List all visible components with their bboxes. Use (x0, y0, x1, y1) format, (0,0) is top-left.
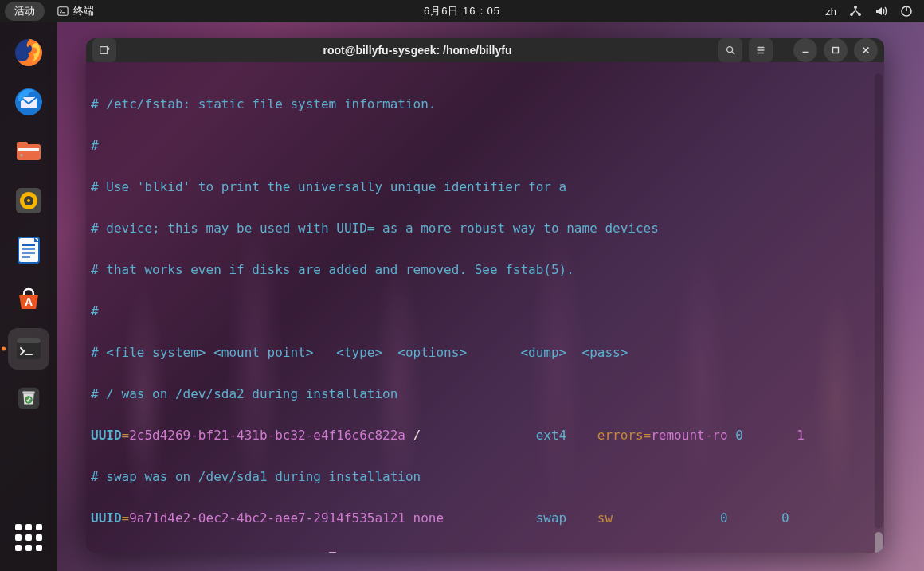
terminal-icon (57, 6, 69, 17)
svg-rect-0 (58, 7, 68, 16)
close-icon (860, 45, 871, 56)
fstab-swap-entry: UUID=9a71d4e2-0ec2-4bc2-aee7-2914f535a12… (89, 508, 881, 529)
app-menu[interactable]: 终端 (57, 4, 94, 18)
svg-text:A: A (25, 295, 33, 308)
fstab-comment: # device; this may be used with UUID= as… (89, 218, 881, 239)
new-tab-button[interactable] (92, 38, 116, 62)
dock-thunderbird[interactable] (8, 81, 49, 123)
svg-point-1 (854, 6, 857, 9)
fstab-comment: # swap was on /dev/sda1 during installat… (89, 467, 881, 487)
hamburger-icon (755, 45, 766, 56)
vim-cursor: 0 (329, 552, 337, 553)
svg-point-15 (27, 199, 30, 202)
close-button[interactable] (854, 38, 878, 62)
dock-terminal[interactable] (8, 328, 49, 370)
firefox-icon (13, 37, 45, 68)
fstab-root-entry: UUID=2c5d4269-bf21-431b-bc32-e4f16c6c822… (89, 425, 881, 446)
activities-button[interactable]: 活动 (5, 2, 45, 21)
input-method-indicator[interactable]: zh (825, 6, 836, 18)
svg-rect-9 (17, 142, 28, 147)
svg-rect-36 (833, 48, 839, 53)
svg-point-11 (21, 154, 23, 157)
fstab-comment: # / was on /dev/sda2 during installation (89, 384, 881, 405)
files-icon (13, 135, 45, 167)
writer-icon (13, 234, 45, 266)
show-applications-button[interactable] (8, 517, 49, 558)
top-bar: 活动 终端 6月6日 16：05 zh (0, 0, 924, 22)
dock-firefox[interactable] (8, 32, 49, 73)
search-button[interactable] (718, 38, 742, 62)
fstab-header: # <file system> <mount point> <type> <op… (89, 342, 881, 363)
svg-rect-25 (22, 391, 34, 393)
volume-icon[interactable] (875, 5, 887, 18)
svg-rect-23 (17, 338, 41, 343)
dock-files[interactable] (8, 131, 49, 172)
search-icon (725, 45, 736, 56)
dock-trash[interactable] (8, 377, 49, 419)
clock[interactable]: 6月6日 16：05 (424, 4, 500, 18)
thunderbird-icon (13, 86, 45, 118)
window-titlebar[interactable]: root@billyfu-sysgeek: /home/billyfu (86, 38, 884, 62)
power-icon[interactable] (900, 5, 913, 18)
scrollbar-thumb[interactable] (875, 532, 883, 553)
app-menu-label: 终端 (73, 4, 94, 18)
terminal-window: root@billyfu-sysgeek: /home/billyfu # /e… (86, 38, 884, 553)
svg-rect-10 (18, 148, 39, 151)
hamburger-menu-button[interactable] (749, 38, 773, 62)
fstab-comment: # (89, 135, 881, 156)
terminal-viewport[interactable]: # /etc/fstab: static file system informa… (86, 62, 884, 553)
new-tab-icon (99, 45, 110, 56)
fstab-comment: # Use 'blkid' to print the universally u… (89, 177, 881, 198)
software-icon: A (13, 284, 45, 315)
fstab-comment: # /etc/fstab: static file system informa… (89, 94, 881, 115)
dock-ubuntu-software[interactable]: A (8, 279, 49, 320)
svg-line-31 (732, 52, 735, 55)
terminal-app-icon (13, 333, 45, 365)
window-title: root@billyfu-sysgeek: /home/billyfu (123, 44, 712, 57)
scrollbar-track[interactable] (875, 73, 883, 529)
fstab-swapfile-entry: /swapfile swap swap defaults 0 0 (89, 549, 881, 553)
trash-icon (14, 383, 44, 413)
minimize-button[interactable] (793, 38, 817, 62)
fstab-comment: # (89, 301, 881, 322)
rhythmbox-icon (13, 185, 45, 217)
dock-rhythmbox[interactable] (8, 180, 49, 221)
fstab-comment: # that works even if disks are added and… (89, 260, 881, 280)
svg-point-30 (727, 47, 733, 53)
minimize-icon (800, 45, 811, 56)
maximize-icon (830, 45, 841, 56)
svg-rect-27 (100, 47, 108, 54)
maximize-button[interactable] (824, 38, 848, 62)
dock-libreoffice-writer[interactable] (8, 229, 49, 271)
dock: A (0, 22, 57, 571)
network-icon[interactable] (849, 5, 862, 18)
